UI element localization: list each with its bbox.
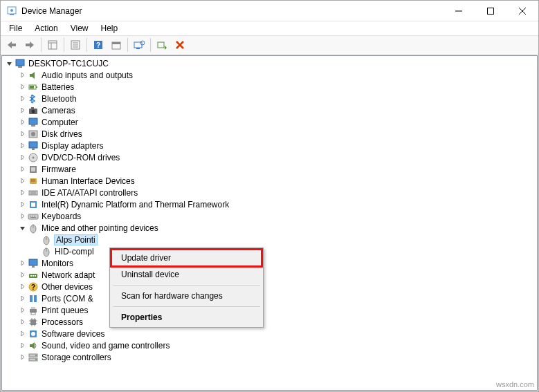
computer-icon	[15, 58, 26, 69]
tree-node-label: Audio inputs and outputs	[42, 71, 133, 80]
tree-node[interactable]: Print queues	[2, 304, 537, 316]
tree-node[interactable]: Keyboards	[2, 210, 537, 222]
svg-rect-55	[34, 216, 35, 216]
back-button[interactable]	[3, 37, 20, 53]
monitor-icon	[28, 258, 39, 269]
expand-icon[interactable]	[18, 189, 26, 197]
scan-hardware-button[interactable]	[131, 37, 147, 53]
toolbar-separator	[41, 38, 42, 52]
tree-node[interactable]: HID-compl	[2, 245, 537, 257]
tree-node-label: Disk drives	[42, 129, 82, 139]
tree-node-label: Alps Pointi	[55, 235, 97, 245]
svg-rect-7	[12, 44, 16, 46]
collapse-icon[interactable]	[5, 59, 13, 68]
expand-icon[interactable]	[18, 212, 26, 221]
svg-rect-33	[31, 107, 34, 109]
svg-point-89	[35, 355, 37, 356]
expand-icon[interactable]	[18, 95, 26, 103]
menu-view[interactable]: View	[65, 22, 94, 35]
forward-button[interactable]	[21, 37, 38, 53]
menu-action[interactable]: Action	[29, 22, 63, 35]
tree-node[interactable]: Processors	[2, 316, 537, 328]
uninstall-button[interactable]	[172, 37, 188, 53]
context-menu-item[interactable]: Scan for hardware changes	[111, 288, 262, 304]
expand-icon[interactable]	[18, 177, 26, 185]
expand-icon[interactable]	[18, 330, 26, 338]
tree-node[interactable]: Cameras	[2, 104, 537, 116]
other-icon: ?	[28, 281, 39, 292]
show-hide-console-button[interactable]	[44, 37, 61, 53]
ide-icon	[28, 187, 39, 198]
svg-text:?: ?	[96, 41, 100, 49]
svg-rect-52	[28, 214, 38, 219]
help-button[interactable]: ?	[90, 37, 107, 53]
expand-icon[interactable]	[18, 106, 26, 115]
collapse-icon[interactable]	[18, 224, 26, 232]
expand-icon[interactable]	[18, 306, 26, 315]
properties-button[interactable]	[67, 37, 84, 53]
expand-icon[interactable]	[18, 130, 26, 138]
tree-node[interactable]: ?Other devices	[2, 281, 537, 292]
minimize-button[interactable]	[443, 1, 475, 21]
tree-node[interactable]: Alps Pointi	[2, 234, 537, 245]
expand-icon[interactable]	[18, 118, 26, 127]
tree-node[interactable]: Sound, video and game controllers	[2, 339, 537, 351]
expand-icon[interactable]	[18, 153, 26, 162]
expand-icon[interactable]	[18, 142, 26, 150]
tree-node[interactable]: Ports (COM &	[2, 292, 537, 304]
menu-file[interactable]: File	[3, 22, 28, 35]
svg-rect-51	[31, 203, 35, 207]
device-tree[interactable]: DESKTOP-TC1CUJCAudio inputs and outputsB…	[2, 56, 537, 390]
tree-node[interactable]: Monitors	[2, 257, 537, 269]
context-menu-item[interactable]: Properties	[111, 309, 262, 326]
expand-icon[interactable]	[18, 283, 26, 291]
tree-node[interactable]: Bluetooth	[2, 93, 537, 104]
context-menu-item[interactable]: Update driver	[111, 250, 262, 266]
tree-node[interactable]: Computer	[2, 116, 537, 128]
menu-help[interactable]: Help	[95, 22, 124, 35]
tree-node-label: Batteries	[42, 82, 74, 92]
tree-node[interactable]: DVD/CD-ROM drives	[2, 151, 537, 163]
expand-icon[interactable]	[18, 318, 26, 326]
cpu-icon	[28, 317, 39, 328]
action-button[interactable]	[108, 37, 125, 53]
expand-icon[interactable]	[18, 200, 26, 209]
svg-rect-4	[488, 8, 494, 14]
tree-node[interactable]: Mice and other pointing devices	[2, 222, 537, 234]
tree-node[interactable]: Software devices	[2, 328, 537, 339]
tree-node[interactable]: Audio inputs and outputs	[2, 69, 537, 81]
tree-node-label: Software devices	[42, 329, 104, 339]
expand-icon[interactable]	[18, 342, 26, 350]
svg-point-37	[31, 132, 35, 136]
tree-node[interactable]: Disk drives	[2, 128, 537, 140]
tree-node[interactable]: Storage controllers	[2, 351, 537, 363]
expand-icon[interactable]	[18, 353, 26, 362]
tree-node-label: Processors	[42, 317, 83, 327]
printer-icon	[28, 305, 39, 316]
tree-node[interactable]: Human Interface Devices	[2, 175, 537, 187]
tree-node[interactable]: DESKTOP-TC1CUJC	[2, 57, 537, 69]
expand-icon[interactable]	[18, 271, 26, 279]
toolbar-separator	[86, 38, 87, 52]
expand-icon[interactable]	[18, 71, 26, 80]
tree-node[interactable]: Firmware	[2, 163, 537, 175]
expand-icon	[31, 236, 39, 244]
expand-icon[interactable]	[18, 165, 26, 174]
tree-node-label: Computer	[42, 118, 78, 127]
close-button[interactable]	[506, 1, 538, 21]
svg-point-86	[31, 332, 35, 336]
expand-icon[interactable]	[18, 259, 26, 268]
tree-node[interactable]: Batteries	[2, 81, 537, 93]
keyboard-icon	[28, 211, 39, 222]
tree-node[interactable]: Network adapt	[2, 269, 537, 281]
add-legacy-button[interactable]	[154, 37, 170, 53]
context-menu-item[interactable]: Uninstall device	[111, 266, 262, 283]
expand-icon[interactable]	[18, 83, 26, 91]
tree-node[interactable]: Intel(R) Dynamic Platform and Thermal Fr…	[2, 198, 537, 210]
svg-rect-1	[10, 14, 14, 15]
tree-node[interactable]: Display adapters	[2, 140, 537, 151]
expand-icon[interactable]	[18, 295, 26, 303]
tree-node[interactable]: IDE ATA/ATAPI controllers	[2, 187, 537, 198]
disk-icon	[28, 129, 39, 140]
maximize-button[interactable]	[475, 1, 506, 21]
